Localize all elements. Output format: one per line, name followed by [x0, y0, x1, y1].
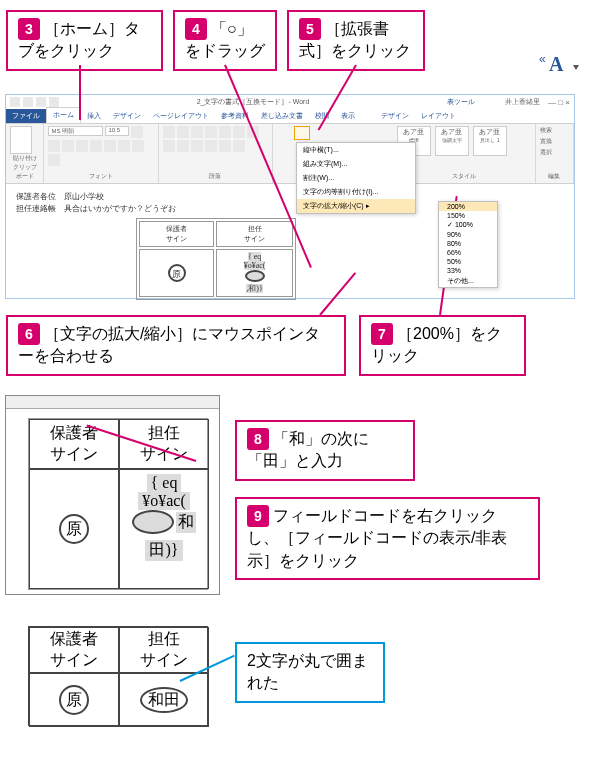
- grp-edit-label: 編集: [540, 172, 569, 181]
- callout-3: 3［ホーム］タブをクリック: [6, 10, 163, 71]
- grp-paragraph: 段落: [159, 124, 273, 183]
- extended-format-icon: « A ゞ: [535, 45, 585, 85]
- tab-file[interactable]: ファイル: [6, 109, 46, 123]
- tab-mail[interactable]: 差し込み文書: [255, 109, 309, 123]
- step-num-3: 3: [18, 18, 40, 40]
- table-2: 保護者サイン 担任サイン 原 和田: [28, 626, 208, 726]
- grp-style-label: スタイル: [397, 172, 531, 181]
- extended-format-button[interactable]: [294, 126, 310, 140]
- style-emphasis[interactable]: あア亜 強調太字: [435, 126, 469, 156]
- code-eq: { eq: [147, 474, 182, 492]
- tool-context: 表ツール: [447, 97, 475, 107]
- style-h1[interactable]: あア亜 見出し 1: [473, 126, 507, 156]
- title-bar: 2_文字の書式［互換モード］- Word 表ツール 井上香緒里 ― □ ×: [6, 95, 574, 109]
- t1-c2: { eq ¥o¥ac( 和 田)}: [119, 469, 209, 589]
- user-name: 井上香緒里: [505, 97, 540, 107]
- callout-9: 9フィールドコードを右クリックし、［フィールドコードの表示/非表示］をクリック: [235, 497, 540, 580]
- callout-result-text: 2文字が丸で囲まれた: [247, 652, 368, 691]
- callout-7: 7［200%］をクリック: [359, 315, 526, 376]
- grp-font: MS 明朝 10.5 フォント: [44, 124, 158, 183]
- word-app: 2_文字の書式［互換モード］- Word 表ツール 井上香緒里 ― □ × ファ…: [5, 94, 575, 299]
- callout-result: 2文字が丸で囲まれた: [235, 642, 385, 703]
- step-num-4: 4: [185, 18, 207, 40]
- fontsize-combo[interactable]: 10.5: [105, 126, 129, 136]
- code-ac: ¥o¥ac(: [138, 492, 190, 510]
- pct-33[interactable]: 33%: [439, 266, 497, 275]
- ptr-3: [79, 65, 81, 120]
- step-num-7: 7: [371, 323, 393, 345]
- svg-text:«: «: [539, 52, 546, 66]
- doc-mini-table: 保護者サイン担任サイン 原 { eq¥o¥ac(,和)}: [136, 218, 296, 300]
- pct-90[interactable]: 90%: [439, 230, 497, 239]
- pct-150[interactable]: 150%: [439, 211, 497, 220]
- grp-clipboard: 貼り付け クリップボード: [6, 124, 44, 183]
- t2-c2: 和田: [119, 673, 209, 727]
- step-num-9: 9: [247, 505, 269, 527]
- stamp-hara-2: 原: [59, 685, 89, 715]
- pct-80[interactable]: 80%: [439, 239, 497, 248]
- step-num-5: 5: [299, 18, 321, 40]
- app-title: 2_文字の書式［互換モード］- Word: [59, 97, 447, 107]
- menu-scale[interactable]: 文字の拡大/縮小(C) ▸: [297, 199, 415, 213]
- stamp-hara: 原: [59, 514, 89, 544]
- code-ta: 田)}: [145, 540, 182, 561]
- select-link[interactable]: 選択: [540, 148, 552, 157]
- stamp-wada: 和田: [140, 687, 188, 713]
- table-1: 保護者サイン 担任サイン 原 { eq ¥o¥ac( 和 田)}: [28, 418, 208, 590]
- tab-tdesign[interactable]: デザイン: [375, 109, 415, 123]
- oval-selected[interactable]: [132, 510, 174, 534]
- t2-c1: 原: [29, 673, 119, 727]
- step-num-6: 6: [18, 323, 40, 345]
- extended-format-menu: 縦中横(T)... 組み文字(M)... 割注(W)... 文字の均等割り付け(…: [296, 142, 416, 214]
- callout-6: 6［文字の拡大/縮小］にマウスポインターを合わせる: [6, 315, 346, 376]
- ribbon: 貼り付け クリップボード MS 明朝 10.5 フォント 段落 縦中横(T)..…: [6, 124, 574, 184]
- menu-kumimoji[interactable]: 組み文字(M)...: [297, 157, 415, 171]
- menu-kinto[interactable]: 文字の均等割り付け(I)...: [297, 185, 415, 199]
- svg-text:A: A: [549, 53, 564, 75]
- quick-toolbar: [10, 97, 59, 107]
- tab-design[interactable]: デザイン: [107, 109, 147, 123]
- t1-c1: 原: [29, 469, 119, 589]
- tab-tlayout[interactable]: レイアウト: [415, 109, 462, 123]
- pct-100[interactable]: ✓ 100%: [439, 220, 497, 230]
- font-combo[interactable]: MS 明朝: [48, 126, 103, 136]
- pct-other[interactable]: その他...: [439, 275, 497, 287]
- menu-tatechuyoko[interactable]: 縦中横(T)...: [297, 143, 415, 157]
- callout-9-text: フィールドコードを右クリックし、［フィールドコードの表示/非表示］をクリック: [247, 507, 507, 569]
- tab-view[interactable]: 表示: [335, 109, 361, 123]
- tab-layout[interactable]: ページレイアウト: [147, 109, 215, 123]
- grp-para-label: 段落: [163, 172, 268, 181]
- t1-h1: 保護者サイン: [29, 419, 119, 469]
- t2-h1: 保護者サイン: [29, 627, 119, 673]
- code-wa: 和: [176, 512, 196, 533]
- menu-warichu[interactable]: 割注(W)...: [297, 171, 415, 185]
- callout-8: 8「和」の次に「田」と入力: [235, 420, 415, 481]
- pct-66[interactable]: 66%: [439, 248, 497, 257]
- pct-200[interactable]: 200%: [439, 202, 497, 211]
- step-num-8: 8: [247, 428, 269, 450]
- grp-edit: 検索 置換 選択 編集: [536, 124, 574, 183]
- replace-link[interactable]: 置換: [540, 137, 552, 146]
- find-link[interactable]: 検索: [540, 126, 552, 135]
- tab-insert[interactable]: 挿入: [81, 109, 107, 123]
- callout-4: 4「○」をドラッグ: [173, 10, 277, 71]
- callout-5: 5［拡張書式］をクリック: [287, 10, 425, 71]
- ribbon-tabs: ファイル ホーム 挿入 デザイン ページレイアウト 参考資料 差し込み文書 校閲…: [6, 109, 574, 124]
- callout-6-text: ［文字の拡大/縮小］にマウスポインターを合わせる: [18, 325, 320, 364]
- svg-text:ゞ: ゞ: [563, 51, 573, 62]
- t2-h2: 担任サイン: [119, 627, 209, 673]
- percent-menu: 200% 150% ✓ 100% 90% 80% 66% 50% 33% その他…: [438, 201, 498, 288]
- ruler: [6, 396, 219, 409]
- pct-50[interactable]: 50%: [439, 257, 497, 266]
- grp-font-label: フォント: [48, 172, 153, 181]
- paste-label: 貼り付け: [10, 154, 39, 163]
- paste-button[interactable]: [10, 126, 32, 154]
- grp-clipboard-label: クリップボード: [10, 163, 39, 181]
- tab-home[interactable]: ホーム: [46, 107, 81, 123]
